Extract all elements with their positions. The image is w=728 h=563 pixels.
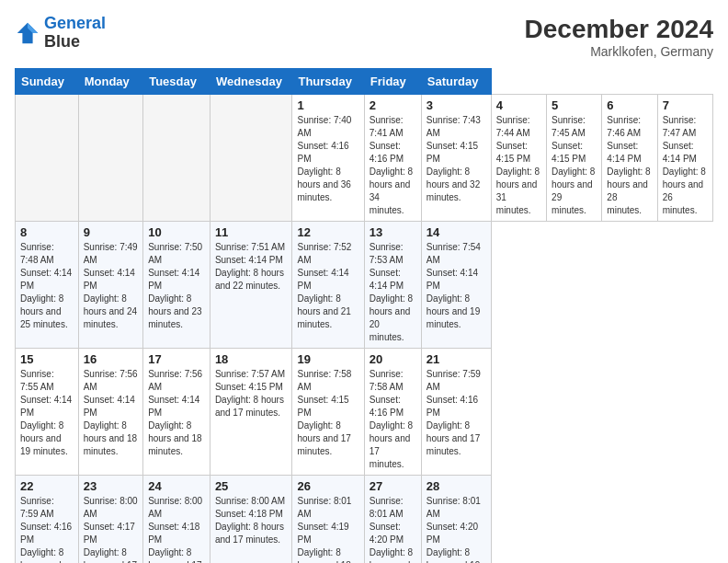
main-title: December 2024 [525,15,713,44]
day-number: 23 [84,479,138,493]
calendar-cell: 21Sunrise: 7:59 AMSunset: 4:16 PMDayligh… [421,349,491,476]
day-info: Sunrise: 7:45 AMSunset: 4:15 PMDaylight:… [552,114,597,217]
day-info: Sunrise: 7:55 AMSunset: 4:14 PMDaylight:… [20,368,74,458]
day-info: Sunrise: 7:48 AMSunset: 4:14 PMDaylight:… [20,241,74,331]
calendar-cell: 11Sunrise: 7:51 AMSunset: 4:14 PMDayligh… [210,222,292,349]
day-info: Sunrise: 7:41 AMSunset: 4:16 PMDaylight:… [370,114,416,217]
logo-icon [15,20,40,46]
day-info: Sunrise: 7:49 AMSunset: 4:14 PMDaylight:… [84,241,138,331]
day-info: Sunrise: 7:52 AMSunset: 4:14 PMDaylight:… [297,241,358,331]
day-number: 6 [607,98,652,112]
day-info: Sunrise: 7:44 AMSunset: 4:15 PMDaylight:… [496,114,541,217]
calendar-cell: 12Sunrise: 7:52 AMSunset: 4:14 PMDayligh… [292,222,364,349]
calendar-day-header: Thursday [292,69,364,95]
day-number: 16 [84,352,138,366]
calendar-cell: 8Sunrise: 7:48 AMSunset: 4:14 PMDaylight… [16,222,79,349]
day-number: 3 [427,98,486,112]
calendar-cell: 17Sunrise: 7:56 AMSunset: 4:14 PMDayligh… [143,349,210,476]
day-info: Sunrise: 7:54 AMSunset: 4:14 PMDaylight:… [427,241,486,331]
calendar-cell: 18Sunrise: 7:57 AMSunset: 4:15 PMDayligh… [210,349,292,476]
day-info: Sunrise: 7:51 AMSunset: 4:14 PMDaylight:… [215,241,288,293]
calendar-week-row: 15Sunrise: 7:55 AMSunset: 4:14 PMDayligh… [16,349,713,476]
calendar-table: SundayMondayTuesdayWednesdayThursdayFrid… [15,68,713,563]
calendar-day-header: Friday [364,69,421,95]
day-number: 24 [148,479,205,493]
day-number: 20 [370,352,416,366]
calendar-cell: 6Sunrise: 7:46 AMSunset: 4:14 PMDaylight… [602,95,657,222]
day-info: Sunrise: 8:00 AMSunset: 4:18 PMDaylight:… [215,495,288,546]
day-info: Sunrise: 8:01 AMSunset: 4:19 PMDaylight:… [297,495,358,563]
logo-text: General Blue [44,15,106,52]
calendar-cell: 7Sunrise: 7:47 AMSunset: 4:14 PMDaylight… [657,95,712,222]
day-info: Sunrise: 7:46 AMSunset: 4:14 PMDaylight:… [607,114,652,217]
calendar-cell: 23Sunrise: 8:00 AMSunset: 4:17 PMDayligh… [78,476,142,564]
calendar-week-row: 8Sunrise: 7:48 AMSunset: 4:14 PMDaylight… [16,222,713,349]
day-number: 11 [215,225,288,239]
calendar-cell: 20Sunrise: 7:58 AMSunset: 4:16 PMDayligh… [364,349,421,476]
day-info: Sunrise: 7:43 AMSunset: 4:15 PMDaylight:… [427,114,486,204]
day-info: Sunrise: 8:00 AMSunset: 4:18 PMDaylight:… [148,495,205,563]
day-number: 15 [20,352,74,366]
day-number: 19 [297,352,358,366]
calendar-cell: 13Sunrise: 7:53 AMSunset: 4:14 PMDayligh… [364,222,421,349]
subtitle: Marklkofen, Germany [525,44,713,59]
calendar-day-header: Sunday [16,69,79,95]
calendar-cell: 25Sunrise: 8:00 AMSunset: 4:18 PMDayligh… [210,476,292,564]
calendar-day-header: Saturday [421,69,491,95]
day-number: 1 [297,98,358,112]
calendar-cell: 16Sunrise: 7:56 AMSunset: 4:14 PMDayligh… [78,349,142,476]
day-info: Sunrise: 7:59 AMSunset: 4:16 PMDaylight:… [427,368,486,458]
day-number: 18 [215,352,288,366]
calendar-cell: 9Sunrise: 7:49 AMSunset: 4:14 PMDaylight… [78,222,142,349]
day-info: Sunrise: 7:53 AMSunset: 4:14 PMDaylight:… [370,241,416,344]
calendar-cell: 15Sunrise: 7:55 AMSunset: 4:14 PMDayligh… [16,349,79,476]
day-number: 26 [297,479,358,493]
logo-line1: General [44,14,106,32]
day-number: 8 [20,225,74,239]
calendar-day-header: Wednesday [210,69,292,95]
day-info: Sunrise: 7:58 AMSunset: 4:15 PMDaylight:… [297,368,358,458]
calendar-cell: 1Sunrise: 7:40 AMSunset: 4:16 PMDaylight… [292,95,364,222]
calendar-cell [143,95,210,222]
day-number: 27 [370,479,416,493]
day-number: 2 [370,98,416,112]
page-header: General Blue December 2024 Marklkofen, G… [15,15,713,59]
calendar-header-row: SundayMondayTuesdayWednesdayThursdayFrid… [16,69,713,95]
calendar-cell: 14Sunrise: 7:54 AMSunset: 4:14 PMDayligh… [421,222,491,349]
calendar-cell: 28Sunrise: 8:01 AMSunset: 4:20 PMDayligh… [421,476,491,564]
day-info: Sunrise: 7:58 AMSunset: 4:16 PMDaylight:… [370,368,416,471]
day-number: 21 [427,352,486,366]
day-info: Sunrise: 7:56 AMSunset: 4:14 PMDaylight:… [148,368,205,458]
day-info: Sunrise: 7:59 AMSunset: 4:16 PMDaylight:… [20,495,74,563]
calendar-cell: 24Sunrise: 8:00 AMSunset: 4:18 PMDayligh… [143,476,210,564]
day-info: Sunrise: 8:01 AMSunset: 4:20 PMDaylight:… [370,495,416,563]
day-number: 12 [297,225,358,239]
day-info: Sunrise: 7:56 AMSunset: 4:14 PMDaylight:… [84,368,138,458]
logo-line2: Blue [44,33,106,52]
day-number: 10 [148,225,205,239]
calendar-cell [78,95,142,222]
day-info: Sunrise: 7:57 AMSunset: 4:15 PMDaylight:… [215,368,288,419]
calendar-cell: 2Sunrise: 7:41 AMSunset: 4:16 PMDaylight… [364,95,421,222]
day-number: 14 [427,225,486,239]
day-number: 7 [663,98,708,112]
calendar-day-header: Monday [78,69,142,95]
day-number: 17 [148,352,205,366]
logo: General Blue [15,15,106,52]
calendar-cell: 4Sunrise: 7:44 AMSunset: 4:15 PMDaylight… [491,95,546,222]
day-info: Sunrise: 8:00 AMSunset: 4:17 PMDaylight:… [84,495,138,563]
day-info: Sunrise: 7:47 AMSunset: 4:14 PMDaylight:… [663,114,708,217]
calendar-cell: 22Sunrise: 7:59 AMSunset: 4:16 PMDayligh… [16,476,79,564]
day-info: Sunrise: 8:01 AMSunset: 4:20 PMDaylight:… [427,495,486,563]
calendar-week-row: 1Sunrise: 7:40 AMSunset: 4:16 PMDaylight… [16,95,713,222]
day-number: 13 [370,225,416,239]
calendar-cell: 5Sunrise: 7:45 AMSunset: 4:15 PMDaylight… [547,95,602,222]
day-number: 9 [84,225,138,239]
calendar-cell: 26Sunrise: 8:01 AMSunset: 4:19 PMDayligh… [292,476,364,564]
calendar-cell [16,95,79,222]
day-number: 22 [20,479,74,493]
calendar-cell: 27Sunrise: 8:01 AMSunset: 4:20 PMDayligh… [364,476,421,564]
day-number: 28 [427,479,486,493]
calendar-cell: 10Sunrise: 7:50 AMSunset: 4:14 PMDayligh… [143,222,210,349]
day-info: Sunrise: 7:40 AMSunset: 4:16 PMDaylight:… [297,114,358,204]
